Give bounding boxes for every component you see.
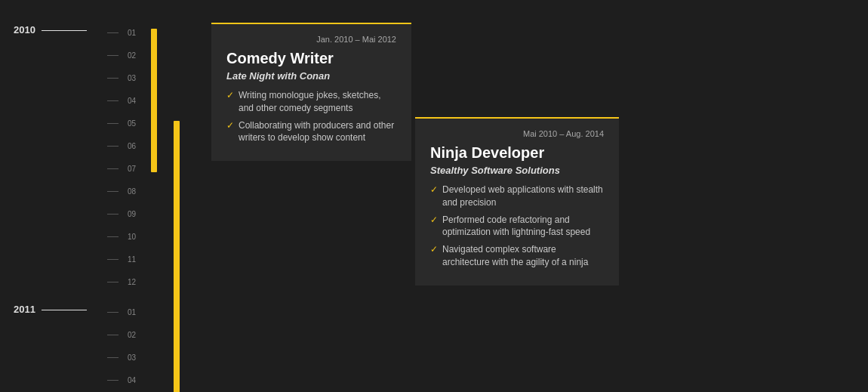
comedy-bullet-2-text: Collaborating with producers and other w… <box>239 119 396 145</box>
ninja-bullet-2-text: Performed code refactoring and optimizat… <box>442 214 604 239</box>
comedy-bullet-1: ✓ Writing monologue jokes, sketches, and… <box>226 89 396 115</box>
tick-04 <box>107 100 119 101</box>
month-01: 01 <box>121 29 136 37</box>
tick-10 <box>107 236 119 237</box>
month-03: 03 <box>121 74 136 82</box>
card-top-accent-ninja <box>415 117 619 119</box>
card-top-accent-comedy <box>211 23 411 24</box>
year-2010-label: 2010 <box>14 24 35 35</box>
tick-2011-01 <box>107 312 119 313</box>
ninja-developer-card: Mai 2010 – Aug. 2014 Ninja Developer Ste… <box>415 117 619 286</box>
month-09: 09 <box>121 210 136 218</box>
ninja-bullet-1: ✓ Developed web applications with stealt… <box>430 184 604 209</box>
month-10: 10 <box>121 233 136 241</box>
check-icon-1: ✓ <box>226 89 234 102</box>
tick-03 <box>107 78 119 79</box>
year-2010-line <box>42 30 87 31</box>
tick-01 <box>107 32 119 33</box>
month-02: 02 <box>121 51 136 60</box>
main-content: Jan. 2010 – Mai 2012 Comedy Writer Late … <box>151 0 868 392</box>
ninja-bullet-3-text: Navigated complex software architecture … <box>442 243 604 269</box>
year-2011-label: 2011 <box>14 304 35 315</box>
check-icon-2: ✓ <box>226 119 234 132</box>
ninja-developer-subtitle: Stealthy Software Solutions <box>430 165 604 176</box>
month-12: 12 <box>121 278 136 286</box>
year-2011-line <box>42 310 87 310</box>
comedy-writer-title: Comedy Writer <box>226 50 396 67</box>
ninja-bullet-1-text: Developed web applications with stealth … <box>442 184 604 209</box>
timeline-sidebar: 2010 01 02 03 04 05 06 07 08 09 10 11 12… <box>0 0 151 392</box>
month-05: 05 <box>121 119 136 128</box>
tick-05 <box>107 123 119 124</box>
ninja-bullet-3: ✓ Navigated complex software architectur… <box>430 243 604 269</box>
tick-06 <box>107 146 119 147</box>
month-2011-03: 03 <box>121 353 136 362</box>
month-2011-01: 01 <box>121 308 136 316</box>
check-icon-3: ✓ <box>430 184 438 196</box>
month-06: 06 <box>121 142 136 150</box>
tick-09 <box>107 214 119 215</box>
tick-11 <box>107 259 119 260</box>
month-2011-02: 02 <box>121 331 136 339</box>
tick-2011-02 <box>107 335 119 335</box>
ninja-developer-title: Ninja Developer <box>430 144 604 162</box>
comedy-writer-subtitle: Late Night with Conan <box>226 70 396 82</box>
main-container: 2010 01 02 03 04 05 06 07 08 09 10 11 12… <box>0 0 868 392</box>
ninja-bullet-2: ✓ Performed code refactoring and optimiz… <box>430 214 604 239</box>
check-icon-5: ✓ <box>430 243 438 256</box>
month-07: 07 <box>121 165 136 173</box>
tick-08 <box>107 191 119 192</box>
comedy-bullet-1-text: Writing monologue jokes, sketches, and o… <box>239 89 396 115</box>
tick-2011-04 <box>107 380 119 381</box>
tick-2011-03 <box>107 357 119 358</box>
month-04: 04 <box>121 97 136 105</box>
comedy-writer-card: Jan. 2010 – Mai 2012 Comedy Writer Late … <box>211 23 411 161</box>
tick-02 <box>107 55 119 56</box>
ninja-developer-date: Mai 2010 – Aug. 2014 <box>430 129 604 138</box>
month-11: 11 <box>121 255 136 264</box>
comedy-writer-date: Jan. 2010 – Mai 2012 <box>226 35 396 44</box>
tick-12 <box>107 282 119 282</box>
tick-07 <box>107 168 119 169</box>
month-08: 08 <box>121 187 136 196</box>
month-2011-04: 04 <box>121 376 136 384</box>
comedy-bullet-2: ✓ Collaborating with producers and other… <box>226 119 396 145</box>
check-icon-4: ✓ <box>430 214 438 227</box>
